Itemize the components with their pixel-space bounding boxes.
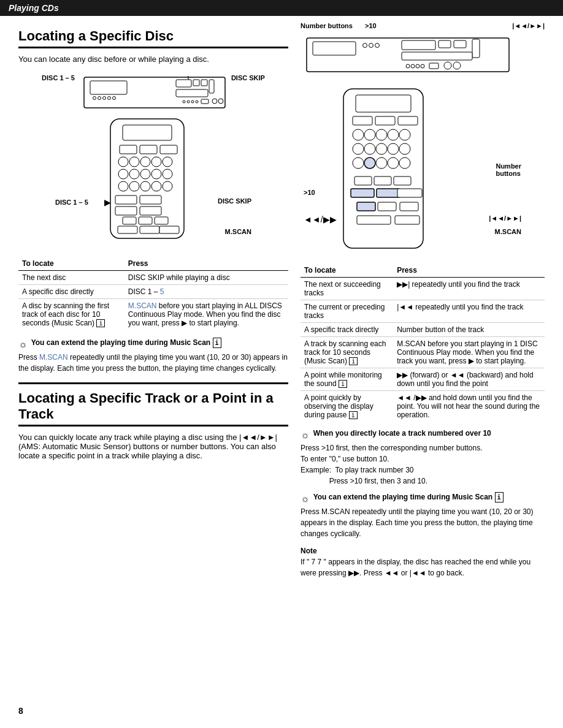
table-row: A specific disc directly DISC 1 – 5 xyxy=(18,285,288,299)
section2-note3: Note If " 7 7 " appears in the display, … xyxy=(301,545,545,578)
svg-rect-93 xyxy=(357,202,375,211)
table-row: The next or succeeding tracks ▶▶| repeat… xyxy=(301,278,545,300)
label-ams-top: |◄◄/►►| xyxy=(512,22,545,29)
svg-rect-96 xyxy=(357,216,391,224)
t2-r2-press: |◄◄ repeatedly until you find the track xyxy=(393,300,545,323)
section2-note2: ☼ You can extend the playing time during… xyxy=(301,491,545,539)
disc-label-disc15: DISC 1 – 5 xyxy=(42,74,75,82)
svg-rect-46 xyxy=(155,217,168,224)
svg-rect-59 xyxy=(402,52,472,60)
label-mscan-remote: M.SCAN xyxy=(495,228,521,235)
left-column: Locating a Specific Disc You can locate … xyxy=(18,22,288,578)
section1-note-body: Press M.SCAN repeatedly until the playin… xyxy=(18,352,288,374)
svg-rect-7 xyxy=(176,80,191,87)
table-row: A track by scanning each track for 10 se… xyxy=(301,337,545,368)
svg-rect-41 xyxy=(140,195,161,204)
t2-r6-locate: A point quickly by observing the display… xyxy=(301,391,393,422)
remote-diagram-section1: DISC 1 – 5 DISC SKIP M.SCAN ▶ xyxy=(18,116,288,251)
svg-rect-49 xyxy=(159,226,179,233)
svg-rect-9 xyxy=(201,80,207,86)
svg-rect-94 xyxy=(378,202,396,211)
table-row: A point quickly by observing the display… xyxy=(301,391,545,422)
disc-label-disc-skip: DISC SKIP xyxy=(231,74,265,82)
disc-device-diagram-area: DISC 1 – 5 xyxy=(18,71,288,111)
svg-rect-21 xyxy=(123,125,172,140)
table2-col1-header: To locate xyxy=(301,264,393,278)
svg-rect-95 xyxy=(400,202,418,211)
table1-row2-locate: A specific disc directly xyxy=(18,285,124,299)
section2-table: To locate Press The next or succeeding t… xyxy=(301,264,545,422)
svg-rect-48 xyxy=(140,226,159,233)
svg-rect-57 xyxy=(454,40,466,48)
table-row: A point while monitoring the sound i ▶▶ … xyxy=(301,368,545,391)
page-number: 8 xyxy=(18,706,23,716)
svg-rect-44 xyxy=(123,217,136,224)
table1-row3-locate: A disc by scanning the first track of ea… xyxy=(18,299,124,330)
table-row: A specific track directly Number button … xyxy=(301,323,545,337)
svg-rect-56 xyxy=(439,40,451,48)
section1-note: ☼ You can extend the playing time during… xyxy=(18,337,288,374)
svg-rect-92 xyxy=(397,189,422,197)
table1-row3-press: M.SCAN before you start playing in ALL D… xyxy=(124,299,288,330)
table-row: The current or preceding tracks |◄◄ repe… xyxy=(301,300,545,323)
table1-row2-press: DISC 1 – 5 xyxy=(124,285,288,299)
header-title: Playing CDs xyxy=(9,3,59,13)
s2-note1-body: Press >10 first, then the corresponding … xyxy=(301,442,545,487)
s2-note1-title-area: ☼ When you directly locate a track numbe… xyxy=(301,428,545,442)
right-column: Number buttons >10 |◄◄/►►| xyxy=(301,22,545,578)
t2-r3-locate: A specific track directly xyxy=(301,323,393,337)
remote-svg-s2 xyxy=(331,86,442,251)
svg-rect-42 xyxy=(115,207,137,215)
label-number-buttons2: Numberbuttons xyxy=(496,162,521,177)
remote-diagram-section2: Numberbuttons >10 |◄◄/►►| M.SCAN ◄◄/▶▶ xyxy=(301,86,521,257)
svg-rect-71 xyxy=(398,116,418,125)
table1-col2-header: Press xyxy=(124,257,288,271)
svg-rect-43 xyxy=(140,207,161,215)
t2-r1-press: ▶▶| repeatedly until you find the track xyxy=(393,278,545,300)
table-row: A disc by scanning the first track of ea… xyxy=(18,299,288,330)
svg-rect-45 xyxy=(139,217,152,224)
svg-rect-97 xyxy=(395,216,419,224)
page-header: Playing CDs xyxy=(0,0,563,16)
right-device-diagram-top: Number buttons >10 |◄◄/►►| xyxy=(301,22,545,80)
section1-table: To locate Press The next disc DISC SKIP … xyxy=(18,257,288,330)
table2-col2-header: Press xyxy=(393,264,545,278)
section2-title: Locating a Specific Track or a Point in … xyxy=(18,390,288,427)
svg-rect-47 xyxy=(118,226,137,233)
table1-col1-header: To locate xyxy=(18,257,124,271)
t2-r6-press: ◄◄ /▶▶ and hold down until you find the … xyxy=(393,391,545,422)
svg-rect-69 xyxy=(353,116,372,125)
s2-note3-title: Note xyxy=(301,545,545,556)
sun-icon-3: ☼ xyxy=(301,491,310,506)
table-row: The next disc DISC SKIP while playing a … xyxy=(18,271,288,285)
s2-note2-title-area: ☼ You can extend the playing time during… xyxy=(301,491,545,506)
svg-rect-40 xyxy=(115,195,137,204)
svg-rect-8 xyxy=(193,80,199,86)
t2-r2-locate: The current or preceding tracks xyxy=(301,300,393,323)
svg-rect-55 xyxy=(402,40,435,50)
svg-rect-90 xyxy=(351,189,374,197)
t2-r3-press: Number button of the track xyxy=(393,323,545,337)
table1-row1-locate: The next disc xyxy=(18,271,124,285)
remote-disc-skip-label: DISC SKIP xyxy=(218,197,251,205)
sun-icon-2: ☼ xyxy=(301,428,310,442)
remote-disc15-label: DISC 1 – 5 xyxy=(55,199,88,206)
t2-r5-press: ▶▶ (forward) or ◄◄ (backward) and hold d… xyxy=(393,368,545,391)
svg-rect-10 xyxy=(209,80,214,93)
section1-note-title: You can extend the playing time during M… xyxy=(31,337,221,348)
section2-divider xyxy=(18,382,288,384)
label-ams-remote: |◄◄/►►| xyxy=(489,214,521,222)
remote-svg-s1 xyxy=(92,116,202,245)
play-arrow2: ◄◄/▶▶ xyxy=(304,214,337,224)
svg-rect-22 xyxy=(120,145,137,154)
t2-r4-press: M.SCAN before you start playing in 1 DIS… xyxy=(393,337,545,368)
disc-device-svg xyxy=(81,71,228,111)
right-top-labels: Number buttons >10 |◄◄/►►| xyxy=(301,22,545,29)
s2-note3-body: If " 7 7 " appears in the display, the d… xyxy=(301,556,545,578)
svg-rect-23 xyxy=(140,145,157,154)
svg-rect-24 xyxy=(160,145,177,154)
section1-intro: You can locate any disc before or while … xyxy=(18,55,288,64)
t2-r5-locate: A point while monitoring the sound i xyxy=(301,368,393,391)
label-number-buttons: Number buttons xyxy=(301,22,353,29)
section2-intro: You can quickly locate any track while p… xyxy=(18,433,288,460)
